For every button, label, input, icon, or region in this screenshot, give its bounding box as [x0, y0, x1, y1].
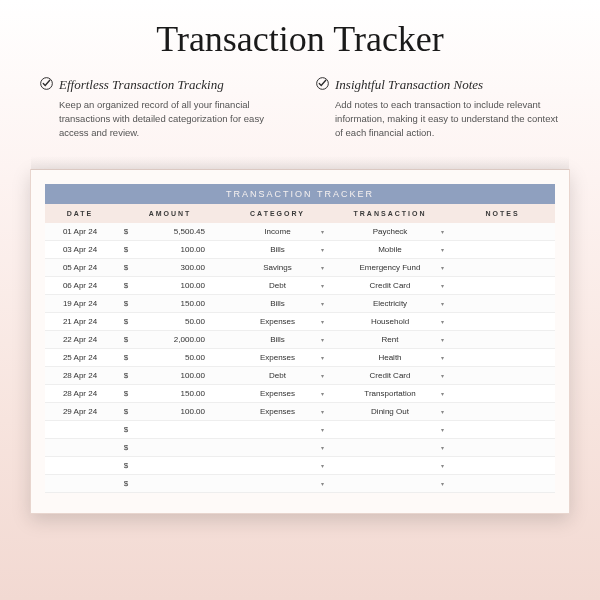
- table-row[interactable]: 22 Apr 24$2,000.00Bills▾Rent▾: [45, 331, 555, 349]
- dropdown-icon[interactable]: ▾: [321, 300, 324, 307]
- cell-transaction[interactable]: Dining Out▾: [330, 403, 450, 420]
- dropdown-icon[interactable]: ▾: [441, 408, 444, 415]
- cell-category[interactable]: Debt▾: [225, 277, 330, 294]
- cell-date[interactable]: 28 Apr 24: [45, 385, 115, 402]
- table-row[interactable]: 05 Apr 24$300.00Savings▾Emergency Fund▾: [45, 259, 555, 277]
- dropdown-icon[interactable]: ▾: [441, 426, 444, 433]
- cell-notes[interactable]: [450, 426, 555, 434]
- dropdown-icon[interactable]: ▾: [321, 480, 324, 487]
- cell-category[interactable]: ▾: [225, 426, 330, 434]
- dropdown-icon[interactable]: ▾: [441, 282, 444, 289]
- dropdown-icon[interactable]: ▾: [441, 300, 444, 307]
- cell-notes[interactable]: [450, 318, 555, 326]
- cell-amount[interactable]: $5,500.45: [115, 223, 225, 240]
- cell-date[interactable]: 22 Apr 24: [45, 331, 115, 348]
- cell-notes[interactable]: [450, 480, 555, 488]
- cell-date[interactable]: [45, 426, 115, 434]
- cell-transaction[interactable]: Transportation▾: [330, 385, 450, 402]
- dropdown-icon[interactable]: ▾: [441, 444, 444, 451]
- cell-notes[interactable]: [450, 462, 555, 470]
- cell-category[interactable]: Expenses▾: [225, 385, 330, 402]
- table-row[interactable]: 25 Apr 24$50.00Expenses▾Health▾: [45, 349, 555, 367]
- cell-notes[interactable]: [450, 300, 555, 308]
- dropdown-icon[interactable]: ▾: [441, 264, 444, 271]
- cell-transaction[interactable]: Paycheck▾: [330, 223, 450, 240]
- cell-transaction[interactable]: ▾: [330, 444, 450, 452]
- table-row[interactable]: 06 Apr 24$100.00Debt▾Credit Card▾: [45, 277, 555, 295]
- cell-date[interactable]: 01 Apr 24: [45, 223, 115, 240]
- cell-transaction[interactable]: Household▾: [330, 313, 450, 330]
- dropdown-icon[interactable]: ▾: [441, 336, 444, 343]
- cell-transaction[interactable]: Credit Card▾: [330, 367, 450, 384]
- cell-transaction[interactable]: ▾: [330, 480, 450, 488]
- cell-category[interactable]: Debt▾: [225, 367, 330, 384]
- dropdown-icon[interactable]: ▾: [321, 318, 324, 325]
- cell-category[interactable]: Expenses▾: [225, 403, 330, 420]
- table-row[interactable]: 19 Apr 24$150.00Bills▾Electricity▾: [45, 295, 555, 313]
- cell-date[interactable]: [45, 444, 115, 452]
- table-row[interactable]: 03 Apr 24$100.00Bills▾Mobile▾: [45, 241, 555, 259]
- cell-amount[interactable]: $150.00: [115, 295, 225, 312]
- cell-notes[interactable]: [450, 408, 555, 416]
- dropdown-icon[interactable]: ▾: [441, 390, 444, 397]
- cell-transaction[interactable]: ▾: [330, 426, 450, 434]
- cell-category[interactable]: Bills▾: [225, 241, 330, 258]
- table-row[interactable]: $▾▾: [45, 421, 555, 439]
- cell-notes[interactable]: [450, 390, 555, 398]
- cell-notes[interactable]: [450, 264, 555, 272]
- cell-notes[interactable]: [450, 228, 555, 236]
- cell-category[interactable]: Bills▾: [225, 295, 330, 312]
- cell-amount[interactable]: $50.00: [115, 349, 225, 366]
- cell-date[interactable]: 25 Apr 24: [45, 349, 115, 366]
- cell-date[interactable]: 05 Apr 24: [45, 259, 115, 276]
- cell-transaction[interactable]: ▾: [330, 462, 450, 470]
- dropdown-icon[interactable]: ▾: [441, 372, 444, 379]
- dropdown-icon[interactable]: ▾: [441, 246, 444, 253]
- cell-amount[interactable]: $100.00: [115, 241, 225, 258]
- table-row[interactable]: $▾▾: [45, 475, 555, 493]
- cell-category[interactable]: Expenses▾: [225, 313, 330, 330]
- cell-amount[interactable]: $: [115, 475, 225, 492]
- cell-transaction[interactable]: Emergency Fund▾: [330, 259, 450, 276]
- cell-amount[interactable]: $150.00: [115, 385, 225, 402]
- table-row[interactable]: 21 Apr 24$50.00Expenses▾Household▾: [45, 313, 555, 331]
- dropdown-icon[interactable]: ▾: [321, 264, 324, 271]
- cell-notes[interactable]: [450, 336, 555, 344]
- cell-notes[interactable]: [450, 282, 555, 290]
- dropdown-icon[interactable]: ▾: [321, 336, 324, 343]
- cell-category[interactable]: Bills▾: [225, 331, 330, 348]
- cell-date[interactable]: 21 Apr 24: [45, 313, 115, 330]
- table-row[interactable]: $▾▾: [45, 439, 555, 457]
- cell-date[interactable]: 29 Apr 24: [45, 403, 115, 420]
- dropdown-icon[interactable]: ▾: [321, 462, 324, 469]
- cell-notes[interactable]: [450, 444, 555, 452]
- table-row[interactable]: 01 Apr 24$5,500.45Income▾Paycheck▾: [45, 223, 555, 241]
- cell-category[interactable]: Expenses▾: [225, 349, 330, 366]
- cell-amount[interactable]: $: [115, 457, 225, 474]
- dropdown-icon[interactable]: ▾: [321, 444, 324, 451]
- table-row[interactable]: 28 Apr 24$100.00Debt▾Credit Card▾: [45, 367, 555, 385]
- cell-date[interactable]: 06 Apr 24: [45, 277, 115, 294]
- dropdown-icon[interactable]: ▾: [321, 390, 324, 397]
- table-row[interactable]: $▾▾: [45, 457, 555, 475]
- cell-date[interactable]: 19 Apr 24: [45, 295, 115, 312]
- table-row[interactable]: 29 Apr 24$100.00Expenses▾Dining Out▾: [45, 403, 555, 421]
- cell-category[interactable]: ▾: [225, 444, 330, 452]
- dropdown-icon[interactable]: ▾: [321, 426, 324, 433]
- cell-category[interactable]: ▾: [225, 480, 330, 488]
- dropdown-icon[interactable]: ▾: [321, 354, 324, 361]
- cell-amount[interactable]: $100.00: [115, 403, 225, 420]
- dropdown-icon[interactable]: ▾: [321, 228, 324, 235]
- cell-amount[interactable]: $: [115, 439, 225, 456]
- cell-date[interactable]: [45, 462, 115, 470]
- cell-date[interactable]: 28 Apr 24: [45, 367, 115, 384]
- cell-amount[interactable]: $2,000.00: [115, 331, 225, 348]
- dropdown-icon[interactable]: ▾: [321, 372, 324, 379]
- table-row[interactable]: 28 Apr 24$150.00Expenses▾Transportation▾: [45, 385, 555, 403]
- dropdown-icon[interactable]: ▾: [441, 480, 444, 487]
- dropdown-icon[interactable]: ▾: [441, 318, 444, 325]
- cell-date[interactable]: [45, 480, 115, 488]
- cell-amount[interactable]: $100.00: [115, 277, 225, 294]
- cell-amount[interactable]: $100.00: [115, 367, 225, 384]
- dropdown-icon[interactable]: ▾: [441, 462, 444, 469]
